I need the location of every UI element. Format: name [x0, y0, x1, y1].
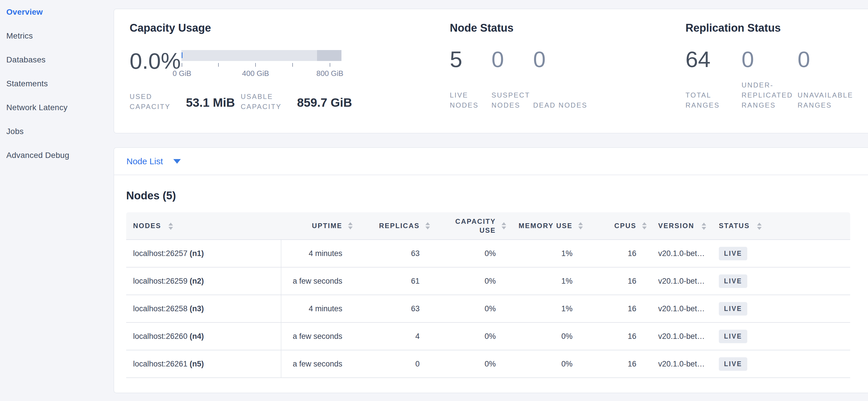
sidebar: Overview Metrics Databases Statements Ne…	[0, 0, 114, 401]
node-name-cell[interactable]: localhost:26259 (n2)	[126, 267, 281, 295]
column-header-nodes[interactable]: NODES	[126, 212, 281, 240]
status-badge: LIVE	[719, 330, 747, 343]
sort-icon	[702, 223, 706, 230]
version-cell: v20.1.0-bet…	[650, 350, 713, 378]
sidebar-item-jobs[interactable]: Jobs	[0, 119, 114, 143]
replicas-cell: 4	[356, 323, 433, 350]
node-host: localhost:26261	[133, 360, 187, 368]
dead-nodes-value: 0	[533, 47, 685, 71]
status-cell: LIVE	[713, 240, 850, 267]
status-cell: LIVE	[713, 350, 850, 378]
status-cell: LIVE	[713, 267, 850, 295]
node-list-selector[interactable]: Node List	[114, 148, 868, 175]
cpus-cell: 16	[586, 267, 650, 295]
capacity-use-cell: 0%	[433, 267, 509, 295]
replication-labels: TOTAL RANGES UNDER-REPLICATED RANGES UNA…	[685, 79, 856, 110]
version-cell: v20.1.0-bet…	[650, 267, 713, 295]
unavailable-ranges-value: 0	[798, 47, 856, 71]
suspect-nodes-label: SUSPECT NODES	[492, 90, 533, 110]
usable-capacity-label: USABLE CAPACITY	[241, 91, 292, 112]
node-list-body: Nodes (5) NODES UPTIME	[114, 190, 868, 378]
capacity-bar-chart: 0 GiB 400 GiB 800 GiB	[181, 50, 341, 78]
memory-use-cell: 0%	[509, 350, 586, 378]
cpus-cell: 16	[586, 350, 650, 378]
status-badge: LIVE	[719, 275, 747, 288]
sidebar-item-network-latency[interactable]: Network Latency	[0, 95, 114, 119]
column-header-label: UPTIME	[312, 222, 342, 230]
column-header-capacity-use[interactable]: CAPACITY USE	[433, 212, 509, 240]
node-host: localhost:26259	[133, 277, 187, 285]
column-header-uptime[interactable]: UPTIME	[281, 212, 356, 240]
sort-icon	[578, 222, 583, 230]
total-ranges-label: TOTAL RANGES	[685, 90, 742, 110]
node-name-cell[interactable]: localhost:26260 (n4)	[126, 323, 281, 350]
chevron-down-icon	[173, 159, 181, 164]
capacity-usage-title: Capacity Usage	[130, 21, 450, 34]
memory-use-cell: 1%	[509, 295, 586, 323]
sidebar-item-advanced-debug[interactable]: Advanced Debug	[0, 143, 114, 167]
column-header-label: CPUS	[614, 222, 636, 230]
replicas-cell: 63	[356, 295, 433, 323]
sidebar-item-overview[interactable]: Overview	[0, 0, 114, 24]
table-row: localhost:26260 (n4) a few seconds 4 0% …	[126, 323, 850, 350]
table-row: localhost:26258 (n3) 4 minutes 63 0% 1% …	[126, 295, 850, 323]
replicas-cell: 63	[356, 240, 433, 267]
node-id: (n5)	[190, 360, 204, 368]
axis-tick	[292, 63, 293, 67]
sort-icon	[642, 222, 647, 230]
column-header-replicas[interactable]: REPLICAS	[356, 212, 433, 240]
version-cell: v20.1.0-bet…	[650, 323, 713, 350]
sort-icon	[757, 223, 762, 230]
column-header-version[interactable]: VERSION	[650, 212, 713, 240]
node-host: localhost:26260	[133, 332, 187, 341]
status-cell: LIVE	[713, 295, 850, 323]
axis-tick-label: 800 GiB	[316, 69, 343, 78]
cpus-cell: 16	[586, 240, 650, 267]
uptime-cell: 4 minutes	[281, 295, 356, 323]
node-host: localhost:26257	[133, 249, 187, 258]
uptime-cell: a few seconds	[281, 350, 356, 378]
replication-status-title: Replication Status	[685, 21, 856, 34]
cpus-cell: 16	[586, 295, 650, 323]
cpus-cell: 16	[586, 323, 650, 350]
column-header-label: NODES	[133, 222, 161, 230]
memory-use-cell: 1%	[509, 240, 586, 267]
axis-tick-label: 400 GiB	[242, 69, 269, 78]
sort-icon	[168, 223, 173, 230]
usable-capacity-value: 859.7 GiB	[297, 96, 352, 110]
column-header-memory-use[interactable]: MEMORY USE	[509, 212, 586, 240]
live-nodes-label: LIVE NODES	[450, 90, 492, 110]
column-header-label: STATUS	[719, 222, 750, 230]
column-header-status[interactable]: STATUS	[713, 212, 850, 240]
column-header-cpus[interactable]: CPUS	[586, 212, 650, 240]
node-status-title: Node Status	[450, 21, 685, 34]
table-header-row: NODES UPTIME REPLICAS	[126, 212, 850, 240]
sidebar-item-metrics[interactable]: Metrics	[0, 24, 114, 48]
replicas-cell: 0	[356, 350, 433, 378]
node-name-cell[interactable]: localhost:26257 (n1)	[126, 240, 281, 267]
used-capacity-stat: USED CAPACITY 53.1 MiB	[130, 91, 241, 112]
capacity-axis: 0 GiB 400 GiB 800 GiB	[181, 61, 341, 78]
sidebar-item-databases[interactable]: Databases	[0, 48, 114, 71]
capacity-used-marker	[182, 52, 183, 58]
node-name-cell[interactable]: localhost:26258 (n3)	[126, 295, 281, 323]
status-badge: LIVE	[719, 357, 747, 371]
replicas-cell: 61	[356, 267, 433, 295]
capacity-gauge: 0.0% 0 GiB 400 Gi	[130, 49, 450, 78]
capacity-use-cell: 0%	[433, 350, 509, 378]
column-header-label: VERSION	[658, 222, 694, 230]
version-cell: v20.1.0-bet…	[650, 240, 713, 267]
column-header-label: CAPACITY USE	[453, 217, 496, 235]
status-badge: LIVE	[719, 302, 747, 316]
under-replicated-ranges-label: UNDER-REPLICATED RANGES	[742, 80, 798, 110]
capacity-use-cell: 0%	[433, 295, 509, 323]
axis-tick-label: 0 GiB	[173, 69, 191, 78]
node-name-cell[interactable]: localhost:26261 (n5)	[126, 350, 281, 378]
live-nodes-value: 5	[450, 47, 492, 71]
sidebar-item-statements[interactable]: Statements	[0, 71, 114, 95]
uptime-cell: 4 minutes	[281, 240, 356, 267]
nodes-table: NODES UPTIME REPLICAS	[126, 212, 850, 378]
axis-tick	[330, 63, 330, 67]
memory-use-cell: 1%	[509, 267, 586, 295]
replication-values: 64 0 0	[685, 47, 856, 71]
